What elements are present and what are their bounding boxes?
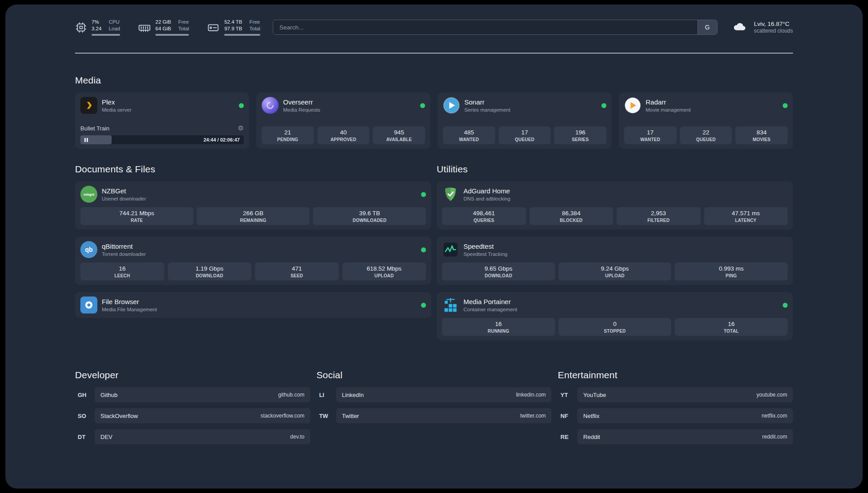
bookmark-abbr: LI <box>317 392 336 398</box>
memory-total-label: Total <box>178 25 189 32</box>
service-name: qBittorrent <box>102 242 146 251</box>
bookmark-github[interactable]: Github github.com <box>95 387 310 402</box>
pause-icon[interactable] <box>84 138 88 142</box>
bookmark-row: TW Twitter twitter.com <box>317 408 552 423</box>
service-desc: Usenet downloader <box>102 196 146 201</box>
service-card-plex[interactable]: Plex Media server Bullet Train ⚙ 24:44 <box>75 92 249 149</box>
bookmark-abbr: GH <box>75 392 95 398</box>
service-name: Plex <box>102 98 131 106</box>
dashboard-window: 7% CPU 3.24 Load 22 <box>5 4 863 489</box>
bookmark-row: YT YouTube youtube.com <box>558 387 793 402</box>
service-desc: Movie management <box>646 107 691 113</box>
service-card-qbittorrent[interactable]: qb qBittorrent Torrent downloader 16 LEE… <box>75 237 431 285</box>
search-bar[interactable]: G <box>273 20 718 35</box>
sonarr-icon <box>443 97 460 114</box>
topbar-divider <box>75 53 793 54</box>
stat-upload: 9.24 Gbps UPLOAD <box>559 263 672 280</box>
playback-progress-bar[interactable]: 24:44 / 02:06:47 <box>80 135 244 144</box>
service-card-adguard[interactable]: AdGuard Home DNS and adblocking 498,461 … <box>437 181 793 230</box>
plex-icon <box>80 97 97 114</box>
bookmark-row: GH Github github.com <box>75 387 310 402</box>
disk-widget: 52.4 TB Free 97.9 TB Total <box>207 19 260 36</box>
playback-progress-fill <box>80 135 112 144</box>
bookmark-twitter[interactable]: Twitter twitter.com <box>336 408 552 423</box>
service-desc: Series management <box>464 107 510 113</box>
section-entertainment: Entertainment YT YouTube youtube.com NF … <box>558 370 793 450</box>
service-name: Radarr <box>646 98 691 106</box>
bookmark-linkedin[interactable]: LinkedIn linkedin.com <box>336 387 552 402</box>
bookmark-youtube[interactable]: YouTube youtube.com <box>577 387 793 402</box>
disk-total-value: 97.9 TB <box>224 25 242 32</box>
search-input[interactable] <box>273 20 697 34</box>
section-title-social: Social <box>317 370 552 380</box>
weather-location: Lviv, 16.87°C <box>754 20 793 28</box>
service-name: Sonarr <box>464 98 510 106</box>
service-card-portainer[interactable]: Media Portainer Container management 16 … <box>437 292 793 340</box>
status-indicator <box>783 303 788 308</box>
search-provider-button[interactable]: G <box>697 20 717 34</box>
section-title-utilities: Utilities <box>437 164 793 175</box>
section-title-media: Media <box>75 75 793 86</box>
service-card-radarr[interactable]: Radarr Movie management 17 WANTED 22 QUE… <box>619 92 793 149</box>
stat-available: 945 AVAILABLE <box>373 126 425 144</box>
section-title-developer: Developer <box>75 370 310 380</box>
service-name: NZBGet <box>102 187 146 195</box>
filebrowser-icon <box>80 297 97 313</box>
bookmark-row: RE Reddit reddit.com <box>558 429 793 444</box>
cpu-usage-value: 7% <box>92 19 101 25</box>
status-indicator <box>420 103 425 108</box>
memory-widget: 22 GiB Free 64 GiB Total <box>138 19 189 36</box>
disk-total-label: Total <box>250 25 260 32</box>
service-name: File Browser <box>102 298 157 306</box>
section-social: Social LI LinkedIn linkedin.com TW Twitt… <box>317 370 552 429</box>
stat-download: 1.19 Gbps DOWNLOAD <box>168 263 252 280</box>
section-title-documents: Documents & Files <box>75 164 431 175</box>
bookmark-reddit[interactable]: Reddit reddit.com <box>577 429 793 444</box>
service-desc: Media File Management <box>102 307 157 312</box>
memory-free-label: Free <box>178 19 189 25</box>
bookmark-netflix[interactable]: Netflix netflix.com <box>577 408 793 423</box>
stat-download: 9.65 Gbps DOWNLOAD <box>442 263 555 280</box>
status-indicator <box>601 103 606 108</box>
disk-usage-bar <box>224 34 260 36</box>
service-name: Media Portainer <box>463 298 517 306</box>
cpu-label: CPU <box>108 19 120 25</box>
service-card-speedtest[interactable]: Speedtest Speedtest Tracking 9.65 Gbps D… <box>437 237 793 285</box>
stat-queued: 17 QUEUED <box>499 126 551 144</box>
stat-seed: 471 SEED <box>255 263 339 280</box>
service-desc: Media server <box>102 107 131 113</box>
bookmark-abbr: DT <box>75 434 95 440</box>
status-indicator <box>421 303 426 308</box>
now-playing-title: Bullet Train <box>80 125 109 132</box>
playback-time: 24:44 / 02:06:47 <box>204 135 240 144</box>
service-desc: Torrent downloader <box>102 251 146 257</box>
overseerr-icon <box>262 97 279 114</box>
section-utilities: Utilities AdGuard Home <box>437 164 793 340</box>
service-desc: Speedtest Tracking <box>463 251 507 257</box>
service-card-nzbget[interactable]: nzbget NZBGet Usenet downloader 744.21 M… <box>75 181 431 230</box>
service-card-overseerr[interactable]: Overseerr Media Requests 21 PENDING 40 A… <box>256 92 430 149</box>
weather-widget: Lviv, 16.87°C scattered clouds <box>730 19 793 35</box>
service-card-filebrowser[interactable]: File Browser Media File Management <box>75 292 431 318</box>
stat-upload: 618.52 Mbps UPLOAD <box>342 263 426 280</box>
stat-filtered: 2,953 FILTERED <box>617 207 701 225</box>
service-name: AdGuard Home <box>463 187 510 195</box>
memory-free-value: 22 GiB <box>155 19 171 25</box>
disk-free-value: 52.4 TB <box>224 19 242 25</box>
stat-downloaded: 39.6 TB DOWNLOADED <box>313 207 426 225</box>
stat-queued: 22 QUEUED <box>680 126 732 144</box>
disk-icon <box>207 21 220 34</box>
service-card-sonarr[interactable]: Sonarr Series management 485 WANTED 17 Q… <box>438 92 612 149</box>
service-desc: DNS and adblocking <box>463 196 510 201</box>
stat-remaining: 266 GB REMAINING <box>197 207 310 225</box>
plex-now-playing: Bullet Train ⚙ 24:44 / 02:06:47 <box>80 124 244 144</box>
cloud-icon <box>730 19 749 35</box>
bookmark-dev[interactable]: DEV dev.to <box>95 429 310 444</box>
stat-pending: 21 PENDING <box>262 126 314 144</box>
weather-condition: scattered clouds <box>754 28 793 34</box>
radarr-icon <box>624 97 641 114</box>
gear-icon[interactable]: ⚙ <box>238 124 244 132</box>
cpu-load-value: 3.24 <box>92 25 101 32</box>
memory-icon <box>138 21 151 34</box>
bookmark-stackoverflow[interactable]: StackOverflow stackoverflow.com <box>95 408 310 423</box>
